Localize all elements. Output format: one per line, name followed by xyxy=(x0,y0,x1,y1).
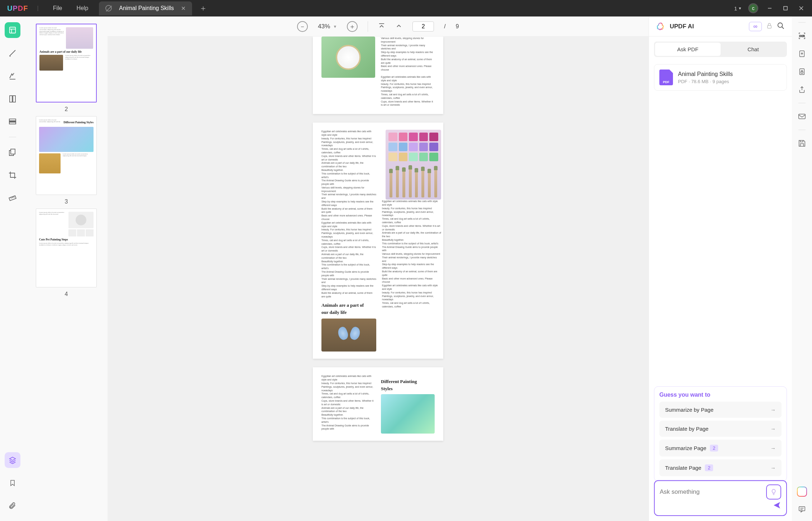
suggestion-summarize-page[interactable]: Summarize Page 2 → xyxy=(659,440,782,457)
suggestion-summarize-by-page[interactable]: Summarize by Page → xyxy=(659,402,782,418)
open-docs-count[interactable]: 1 ▾ xyxy=(734,5,741,11)
redact-tool-button[interactable] xyxy=(5,114,20,130)
page-heading: Animals are a part of our daily life xyxy=(321,302,376,316)
share-button[interactable] xyxy=(797,85,807,94)
attachment-button[interactable] xyxy=(5,498,20,514)
thumbnails-panel-button[interactable] xyxy=(5,22,20,38)
crop-tool-button[interactable] xyxy=(5,167,20,183)
infinity-button[interactable]: ∞ xyxy=(749,22,762,31)
bookmark-button[interactable] xyxy=(5,475,20,491)
maximize-button[interactable] xyxy=(781,4,790,13)
right-toolbar: OCR xyxy=(792,16,812,521)
add-tab-button[interactable]: ＋ xyxy=(199,3,207,14)
search-icon[interactable] xyxy=(777,22,785,31)
page-text: Egyptian art celebrates animals like cat… xyxy=(382,200,441,309)
thumbnail-page-3[interactable]: Lorem ipsum dolor sit amet consectetur a… xyxy=(36,116,97,195)
arrow-right-icon: → xyxy=(770,465,776,471)
separator xyxy=(798,103,806,103)
separator xyxy=(9,137,16,137)
page-badge: 2 xyxy=(710,445,718,451)
document-scroll-area[interactable]: Various skill levels, stepping stones fo… xyxy=(108,37,649,521)
minimize-button[interactable] xyxy=(765,4,774,13)
page-text: Egyptian art celebrates animals like cat… xyxy=(321,130,376,298)
comments-button[interactable] xyxy=(797,505,807,514)
first-page-button[interactable] xyxy=(378,22,385,31)
menu-help[interactable]: Help xyxy=(76,5,88,11)
svg-rect-25 xyxy=(799,114,805,119)
suggestion-translate-by-page[interactable]: Translate by Page → xyxy=(659,421,782,437)
ask-something-input[interactable] xyxy=(660,488,766,496)
email-button[interactable] xyxy=(797,112,807,121)
view-toolbar: － 43%▼ ＋ / 9 xyxy=(108,16,649,37)
page-3: Egyptian art celebrates animals like cat… xyxy=(313,123,443,359)
tab-chat[interactable]: Chat xyxy=(721,43,786,56)
arrow-right-icon: → xyxy=(770,445,776,451)
zoom-in-button[interactable]: ＋ xyxy=(347,21,358,32)
thumb-num-3: 3 xyxy=(65,199,68,205)
protect-button[interactable] xyxy=(797,67,807,76)
lock-icon[interactable] xyxy=(766,23,773,30)
svg-text:OCR: OCR xyxy=(799,35,805,37)
svg-rect-8 xyxy=(10,96,12,102)
tab-ask-pdf[interactable]: Ask PDF xyxy=(655,43,721,56)
save-button[interactable] xyxy=(797,139,807,148)
ai-panel: UPDF AI ∞ Ask PDF Chat PDF Animal Painti… xyxy=(649,16,792,521)
ask-input-box xyxy=(654,480,787,516)
suggestion-translate-page[interactable]: Translate Page 2 → xyxy=(659,459,782,476)
thumb-heading: Different Painting Styles xyxy=(63,121,94,124)
suggestions-box: Guess you want to Summarize by Page → Tr… xyxy=(654,386,787,482)
separator xyxy=(798,22,806,23)
ai-logo-icon xyxy=(656,22,665,31)
layers-button[interactable] xyxy=(5,452,20,468)
no-preview-icon xyxy=(105,5,112,11)
suggestion-label: Summarize Page xyxy=(665,445,706,451)
svg-rect-18 xyxy=(768,25,772,28)
signature-tool-button[interactable] xyxy=(5,68,20,84)
brushes-palette-image xyxy=(386,130,441,200)
ai-header: UPDF AI ∞ xyxy=(649,16,792,37)
zoom-level-dropdown[interactable]: 43%▼ xyxy=(318,23,337,30)
page-separator: / xyxy=(444,23,445,30)
close-window-button[interactable] xyxy=(797,4,806,13)
zoom-out-button[interactable]: － xyxy=(297,21,308,32)
svg-rect-11 xyxy=(9,121,16,122)
measure-tool-button[interactable] xyxy=(5,190,20,206)
current-page-input[interactable] xyxy=(412,21,434,32)
svg-rect-9 xyxy=(13,96,15,102)
page-4: Egyptian art celebrates animals like cat… xyxy=(313,367,443,441)
ai-panel-title: UPDF AI xyxy=(670,23,745,30)
svg-rect-12 xyxy=(11,149,15,154)
pdf-file-icon: PDF xyxy=(659,70,673,85)
prev-page-button[interactable] xyxy=(395,22,402,31)
page-text: Egyptian art celebrates animals like cat… xyxy=(321,374,375,431)
svg-rect-26 xyxy=(799,507,805,511)
thumb-num-2: 2 xyxy=(65,106,68,113)
thumbnail-page-2[interactable]: Lorem ipsum dolor sit amet consectetur a… xyxy=(36,24,97,102)
document-tab[interactable]: Animal Painting Skills ✕ xyxy=(99,1,192,15)
thumbnails-panel: Lorem ipsum dolor sit amet consectetur a… xyxy=(25,16,108,521)
thumbnail-page-4[interactable]: Lorem ipsum dolor sit amet consectetur a… xyxy=(36,209,97,287)
suggestion-label: Translate Page xyxy=(665,465,701,471)
highlighter-tool-button[interactable] xyxy=(5,45,20,61)
butterfly-painting-image xyxy=(321,319,376,352)
left-toolbar xyxy=(0,16,25,521)
convert-button[interactable] xyxy=(797,49,807,58)
titlebar: UPDF | File Help Animal Painting Skills … xyxy=(0,0,812,16)
menu-file[interactable]: File xyxy=(53,5,62,11)
page-heading: Different Painting Styles xyxy=(381,378,435,392)
send-button[interactable] xyxy=(773,501,781,512)
user-avatar[interactable]: c xyxy=(748,3,758,13)
lightbulb-button[interactable] xyxy=(766,484,781,500)
updf-ai-button[interactable] xyxy=(797,487,807,497)
file-meta: PDF · 78.6 MB · 9 pages xyxy=(678,79,733,84)
copy-pages-button[interactable] xyxy=(5,144,20,160)
page-badge: 2 xyxy=(705,464,713,471)
close-tab-button[interactable]: ✕ xyxy=(181,5,186,12)
ocr-button[interactable]: OCR xyxy=(797,31,807,40)
suggestion-label: Summarize by Page xyxy=(665,407,713,413)
thumb-heading: Cute Pet Painting Steps xyxy=(39,238,94,241)
suggestion-label: Translate by Page xyxy=(665,426,708,432)
svg-line-20 xyxy=(782,27,784,29)
svg-rect-24 xyxy=(801,72,803,73)
page-layout-button[interactable] xyxy=(5,91,20,107)
